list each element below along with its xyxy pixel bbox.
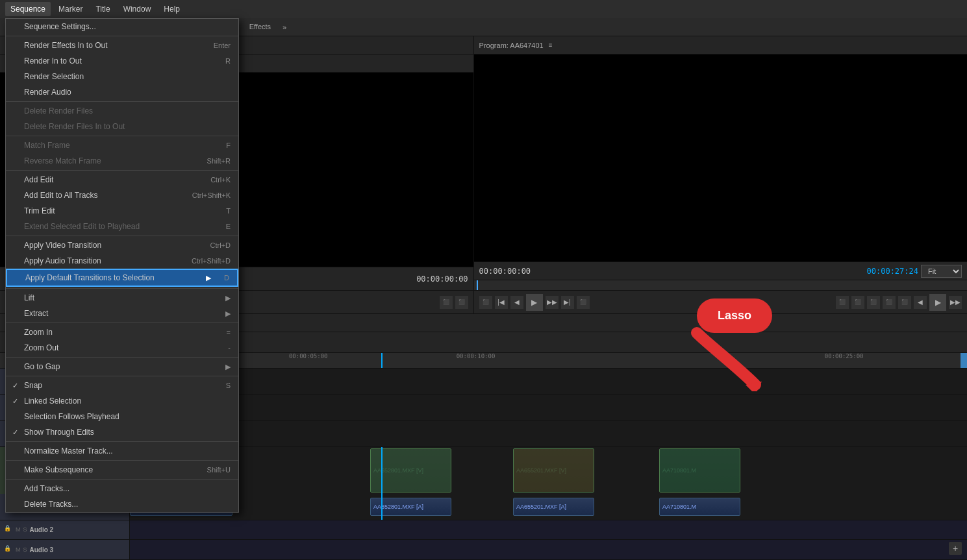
- menu-selection-follows-playhead[interactable]: Selection Follows Playhead: [6, 409, 238, 424]
- clip-v1-4[interactable]: AA710801.M: [659, 448, 740, 493]
- track-a1-playhead: [381, 494, 383, 519]
- track-a2: 🔒 M S Audio 2: [0, 520, 967, 541]
- menu-marker[interactable]: Marker: [53, 2, 88, 16]
- more-workspaces-btn[interactable]: »: [279, 21, 290, 34]
- clip-v1-2[interactable]: AA652801.MXF [V]: [370, 448, 451, 493]
- track-v4-content[interactable]: [130, 369, 967, 394]
- track-a2-s[interactable]: S: [23, 526, 27, 533]
- separator-12: [6, 479, 238, 480]
- menu-render-audio[interactable]: Render Audio: [6, 84, 238, 100]
- prog-extract-btn[interactable]: ⬛: [883, 296, 896, 309]
- ruler-time-area[interactable]: :00:00 00:00:05:00 00:00:10:00 00:00:25:…: [130, 353, 967, 368]
- clip-a1-3[interactable]: AA655201.MXF [A]: [513, 498, 594, 516]
- fit-dropdown[interactable]: Fit 100% 50% 25%: [921, 265, 962, 278]
- menu-extend-edit: Extend Selected Edit to Playhead E: [6, 219, 238, 234]
- track-a2-name: Audio 2: [30, 526, 54, 533]
- workspace-tab-effects[interactable]: Effects: [243, 20, 277, 34]
- prog-mark-in-btn[interactable]: ⬛: [479, 296, 492, 309]
- prog-play-btn[interactable]: ▶: [526, 294, 543, 311]
- track-v1-content[interactable]: AA647401.MXF [V] AA652801.MXF [V] AA6552…: [130, 447, 967, 494]
- menu-snap[interactable]: ✓ Snap S: [6, 378, 238, 393]
- track-a2-content[interactable]: [130, 520, 967, 540]
- src-insert-btn[interactable]: ⬛: [440, 296, 453, 309]
- menu-delete-render-in-out: Delete Render Files In to Out: [6, 119, 238, 134]
- track-a3-m[interactable]: M: [16, 546, 21, 553]
- menu-reverse-match-frame: Reverse Match Frame Shift+R: [6, 153, 238, 169]
- menu-sequence[interactable]: Sequence: [5, 2, 51, 16]
- menu-delete-render: Delete Render Files: [6, 103, 238, 119]
- menu-extract[interactable]: Extract ▶: [6, 306, 238, 321]
- separator-10: [6, 441, 238, 442]
- lasso-callout: Lasso: [697, 298, 772, 333]
- sequence-dropdown-menu: Sequence Settings... Render Effects In t…: [5, 18, 239, 513]
- menu-window[interactable]: Window: [118, 2, 157, 16]
- separator-8: [6, 357, 238, 358]
- prog-step-fwd-btn[interactable]: ▶▶: [546, 296, 559, 309]
- track-v3-content[interactable]: [130, 395, 967, 420]
- track-a3-lock[interactable]: 🔒: [4, 545, 13, 554]
- separator-5: [6, 236, 238, 236]
- menu-apply-default-transitions[interactable]: Apply Default Transitions to Selection D…: [6, 269, 238, 287]
- add-track-btn[interactable]: +: [949, 542, 962, 555]
- separator-6: [6, 288, 238, 289]
- prog-jump-end-btn[interactable]: ▶|: [561, 296, 574, 309]
- menu-help[interactable]: Help: [158, 2, 185, 16]
- prog-match-frame-btn[interactable]: ⬛: [898, 296, 911, 309]
- prog-play2-btn[interactable]: ▶: [929, 294, 946, 311]
- track-a1-content[interactable]: AA647401.MXF [A] AA652801.MXF [A] AA6552…: [130, 494, 967, 519]
- menu-lift[interactable]: Lift ▶: [6, 290, 238, 306]
- snap-check: ✓: [12, 382, 18, 390]
- menu-normalize-master-track[interactable]: Normalize Master Track...: [6, 443, 238, 459]
- extract-submenu-arrow: ▶: [225, 310, 231, 318]
- menu-delete-tracks[interactable]: Delete Tracks...: [6, 496, 238, 512]
- menu-make-subsequence[interactable]: Make Subsequence Shift+U: [6, 462, 238, 478]
- prog-mark-out-btn[interactable]: ⬛: [577, 296, 590, 309]
- menu-add-edit-all-tracks[interactable]: Add Edit to All Tracks Ctrl+Shift+K: [6, 188, 238, 203]
- separator-9: [6, 376, 238, 376]
- menu-apply-video-transition[interactable]: Apply Video Transition Ctrl+D: [6, 237, 238, 253]
- menu-trim-edit[interactable]: Trim Edit T: [6, 203, 238, 219]
- menu-render-in-out[interactable]: Render In to Out R: [6, 53, 238, 69]
- lift-submenu-arrow: ▶: [225, 294, 231, 302]
- track-v1-playhead: [381, 447, 383, 494]
- program-panel-icon[interactable]: ≡: [549, 42, 553, 49]
- prog-export-frame-btn[interactable]: ⬛: [836, 296, 849, 309]
- timeline-end-marker: [961, 353, 967, 368]
- track-a3: 🔒 M S Audio 3: [0, 540, 967, 560]
- menu-go-to-gap[interactable]: Go to Gap ▶: [6, 359, 238, 374]
- separator-11: [6, 460, 238, 461]
- prog-step-back-btn[interactable]: ◀: [510, 296, 523, 309]
- program-timecode-left: 00:00:00:00: [479, 267, 531, 276]
- clip-v1-3[interactable]: AA655201.MXF [V]: [513, 448, 594, 493]
- menu-show-through-edits[interactable]: ✓ Show Through Edits: [6, 424, 238, 440]
- program-monitor-header: Program: AA647401 ≡: [474, 36, 967, 55]
- menu-zoom-in[interactable]: Zoom In =: [6, 324, 238, 340]
- prog-jump-start-btn[interactable]: |◀: [495, 296, 508, 309]
- menu-linked-selection[interactable]: ✓ Linked Selection: [6, 393, 238, 409]
- prog-lift-btn[interactable]: ⬛: [867, 296, 880, 309]
- menu-add-edit[interactable]: Add Edit Ctrl+K: [6, 172, 238, 188]
- program-panel-title: Program: AA647401: [479, 42, 544, 49]
- track-a3-s[interactable]: S: [23, 546, 27, 553]
- prog-step-fwd2-btn[interactable]: ▶▶: [949, 296, 962, 309]
- program-playhead: [477, 280, 478, 290]
- track-a2-lock[interactable]: 🔒: [4, 525, 13, 534]
- menu-add-tracks[interactable]: Add Tracks...: [6, 481, 238, 496]
- track-a2-m[interactable]: M: [16, 526, 21, 533]
- src-overwrite-btn[interactable]: ⬛: [455, 296, 468, 309]
- menu-apply-audio-transition[interactable]: Apply Audio Transition Ctrl+Shift+D: [6, 253, 238, 269]
- track-v2-content[interactable]: [130, 421, 967, 446]
- lasso-arrow-svg: [684, 326, 762, 391]
- clip-a1-2[interactable]: AA652801.MXF [A]: [370, 498, 451, 516]
- menu-sequence-settings[interactable]: Sequence Settings...: [6, 19, 238, 34]
- prog-step-back2-btn[interactable]: ◀: [914, 296, 927, 309]
- cursor-indicator: ▶: [206, 274, 211, 282]
- menu-title[interactable]: Title: [90, 2, 115, 16]
- menu-render-effects[interactable]: Render Effects In to Out Enter: [6, 38, 238, 53]
- clip-a1-4[interactable]: AA710801.M: [659, 498, 740, 516]
- track-a3-content[interactable]: [130, 540, 967, 559]
- menu-render-selection[interactable]: Render Selection: [6, 69, 238, 84]
- menu-zoom-out[interactable]: Zoom Out -: [6, 340, 238, 356]
- prog-trim-btn[interactable]: ⬛: [851, 296, 864, 309]
- separator-4: [6, 170, 238, 171]
